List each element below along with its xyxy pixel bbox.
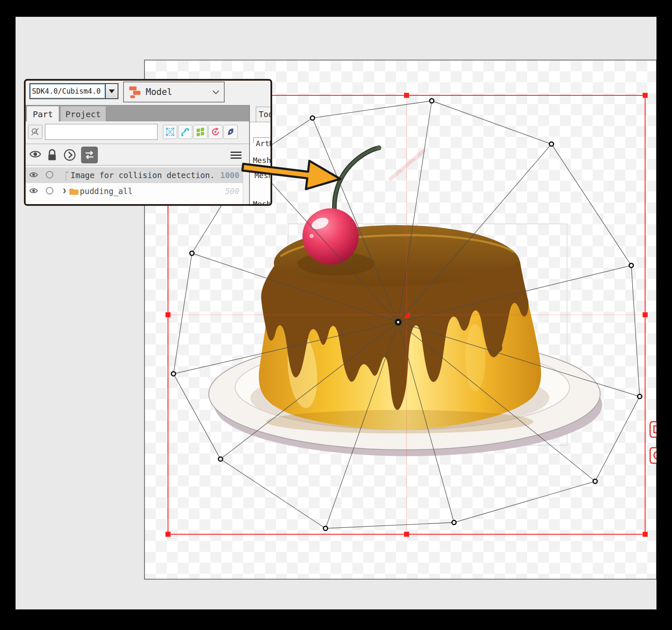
screenshot-frame-right [656,0,672,630]
tree-branch-icon [64,170,70,181]
tab-part[interactable]: Part [26,106,59,122]
expander-chevron-icon[interactable]: ❯ [63,187,66,194]
sdk-version-select[interactable]: SDK4.0/Cubism4.0 [29,83,118,99]
screenshot-frame-bottom [0,609,672,630]
search-slash-icon [30,127,40,137]
inspector-row[interactable]: Mesh [255,171,270,180]
list-scrollbar[interactable] [243,167,249,204]
part-list: Image for collision detection. 1000 ❯ pu… [26,167,243,204]
warp-deformer-button[interactable] [193,125,207,139]
inspector-row[interactable]: Mesh [253,156,270,165]
warp-deformer-icon [195,127,205,137]
list-item-collision-image[interactable]: Image for collision detection. 1000 [26,167,243,183]
search-filter-disabled-button[interactable] [28,125,42,139]
list-toolbar [26,144,250,165]
part-panel: SDK4.0/Cubism4.0 Model Part Project [24,79,272,206]
folder-icon [69,187,79,195]
lock-icon[interactable] [47,149,58,161]
inspector-panel-sliver: Too ArtM Mesh Mesh Mesh Mesh [250,105,270,204]
scroll-up-icon[interactable] [244,168,248,171]
sdk-version-value: SDK4.0/Cubism4.0 [30,84,105,98]
list-item-draw-order: 1000 [220,171,239,180]
glue-pen-tool-button[interactable] [223,125,238,139]
lock-state-ring[interactable] [46,171,53,178]
model-blocks-icon [128,85,142,99]
caret-down-icon [109,89,115,93]
swap-arrows-icon [84,150,95,160]
mesh-edit-icon [165,127,175,137]
rotation-deformer-button[interactable] [208,125,223,139]
screenshot-frame-left [0,0,16,630]
visibility-eye-icon[interactable] [29,171,38,178]
visibility-eye-icon[interactable] [29,149,42,160]
swap-order-button[interactable] [81,147,98,163]
part-search-input[interactable] [45,124,158,140]
list-item-pudding-folder[interactable]: ❯ pudding_all 500 [26,183,243,199]
path-edit-icon [180,127,190,137]
list-item-draw-order: 500 [225,186,239,196]
mesh-edit-tool-button[interactable] [163,125,177,139]
sdk-version-dropdown-button[interactable] [105,84,118,98]
list-item-label: pudding_all [80,186,133,196]
chevron-down-icon [212,89,220,94]
list-item-label: Image for collision detection. [71,171,215,180]
search-row [26,121,250,142]
inspector-row[interactable]: ArtM [256,139,270,148]
lock-state-ring[interactable] [46,187,53,194]
inspector-body: ArtM Mesh Mesh Mesh Mesh [250,122,270,204]
panel-tab-band: Part Project [26,105,250,121]
visibility-eye-icon[interactable] [29,187,38,194]
expand-circle-icon[interactable] [63,149,76,161]
model-mode-select[interactable]: Model [123,81,225,102]
inspector-row[interactable]: Mesh [253,200,270,204]
model-mode-label: Model [146,87,212,97]
tab-tool[interactable]: Too [256,107,270,122]
pen-icon [226,127,236,137]
panel-menu-icon[interactable] [231,150,242,160]
tab-project[interactable]: Project [60,106,106,122]
rotation-deformer-icon [210,127,220,137]
screenshot-frame-top [0,0,672,17]
path-edit-tool-button[interactable] [178,125,192,139]
